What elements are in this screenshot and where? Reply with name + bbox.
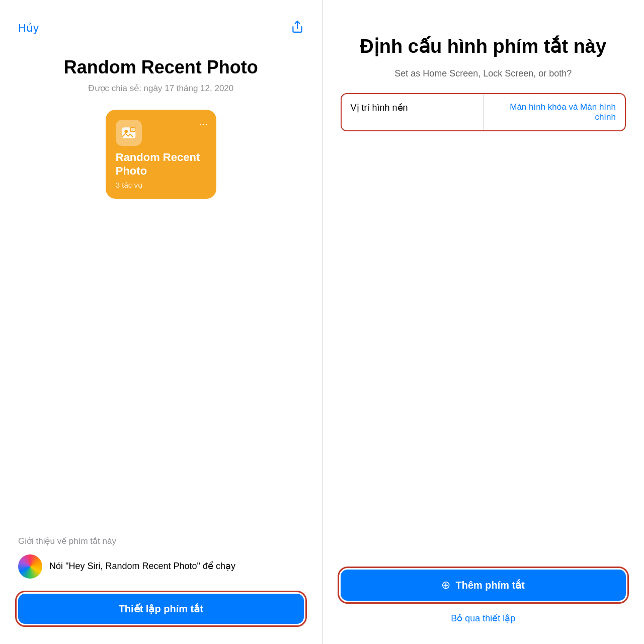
intro-label: Giới thiệu về phím tắt này [18, 536, 304, 546]
shortcut-title: Random Recent Photo [18, 56, 304, 78]
shortcut-date: Được chia sẻ: ngày 17 tháng 12, 2020 [18, 83, 304, 94]
left-panel: Hủy Random Recent Photo Được chia sẻ: ng… [0, 0, 323, 644]
card-icon [116, 120, 142, 146]
right-subtitle: Set as Home Screen, Lock Screen, or both… [341, 68, 626, 79]
siri-row: Nói "Hey Siri, Random Recent Photo" để c… [18, 554, 304, 579]
card-tasks: 3 tác vụ [116, 181, 206, 190]
wallpaper-label: Vị trí hình nền [342, 94, 484, 130]
right-title: Định cấu hình phím tắt này [341, 35, 626, 58]
add-shortcut-button[interactable]: ⊕ Thêm phím tắt [341, 570, 626, 601]
svg-rect-4 [131, 128, 135, 131]
wallpaper-table[interactable]: Vị trí hình nền Màn hình khóa và Màn hìn… [341, 93, 626, 131]
plus-icon: ⊕ [441, 579, 450, 592]
skip-link[interactable]: Bỏ qua thiết lập [341, 613, 626, 624]
intro-section: Giới thiệu về phím tắt này Nói "Hey Siri… [18, 526, 304, 624]
shortcut-card: ··· Random Recent Photo 3 tác vụ [106, 110, 216, 199]
share-icon[interactable] [291, 20, 304, 36]
wallpaper-value[interactable]: Màn hình khóa và Màn hình chính [484, 94, 625, 130]
siri-text: Nói "Hey Siri, Random Recent Photo" để c… [49, 560, 235, 573]
svg-point-2 [124, 130, 128, 133]
card-name: Random Recent Photo [116, 151, 206, 178]
setup-button[interactable]: Thiết lập phím tắt [18, 594, 304, 624]
right-bottom: ⊕ Thêm phím tắt Bỏ qua thiết lập [341, 570, 626, 624]
siri-orb [18, 554, 42, 579]
right-panel: Định cấu hình phím tắt này Set as Home S… [323, 0, 645, 644]
add-button-label: Thêm phím tắt [455, 579, 525, 591]
cancel-button[interactable]: Hủy [18, 22, 39, 35]
left-header: Hủy [18, 20, 304, 36]
card-menu-icon[interactable]: ··· [199, 118, 208, 131]
wallpaper-row: Vị trí hình nền Màn hình khóa và Màn hìn… [342, 94, 625, 130]
